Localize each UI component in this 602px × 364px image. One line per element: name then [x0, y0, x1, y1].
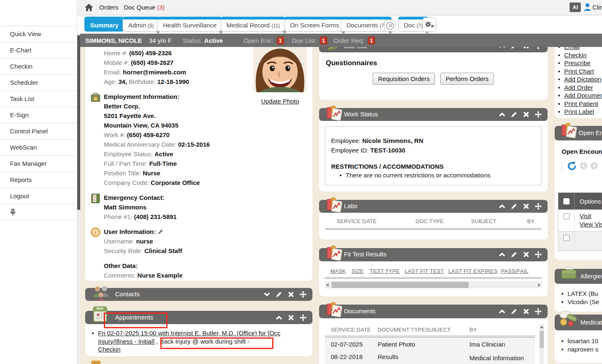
tab-summary[interactable]: Summary	[84, 17, 124, 32]
add-dictation-link[interactable]: Add Dictation	[564, 76, 601, 83]
perform-orders-button[interactable]: Perform Orders	[440, 73, 494, 85]
sidebar-item-webscan[interactable]: WebScan	[0, 139, 77, 155]
documents-vscrollbar[interactable]	[539, 324, 544, 364]
quick-link-item: Add Order	[557, 84, 602, 92]
sidebar-item-e-sign[interactable]: E-Sign	[0, 107, 77, 123]
hscroll-thumb[interactable]	[332, 282, 469, 288]
close-icon[interactable]	[523, 251, 530, 258]
move-icon[interactable]	[535, 47, 542, 49]
collapse-icon[interactable]	[275, 314, 283, 321]
encounter-checkbox[interactable]	[563, 213, 570, 219]
expand-icon[interactable]	[263, 291, 270, 298]
view-visit-link[interactable]: View Visit	[580, 221, 602, 228]
sidebar-item-e-chart[interactable]: E-Chart	[0, 42, 77, 58]
scroll-left-icon[interactable]	[326, 283, 329, 287]
edit-icon[interactable]	[511, 308, 518, 315]
add-order-link[interactable]: Add Order	[564, 84, 593, 91]
sidebar-item-task-list[interactable]: Task List	[0, 91, 77, 107]
update-photo-link[interactable]: Update Photo	[261, 98, 299, 105]
sidebar-item-checkin[interactable]: Checkin	[0, 58, 77, 74]
edit-user-icon[interactable]	[157, 229, 164, 235]
fit-col-last-fit-expires[interactable]: LAST FIT EXPIRES	[448, 268, 497, 274]
home-icon[interactable]	[84, 3, 93, 12]
collapse-icon[interactable]	[499, 308, 506, 315]
open-encounters-header: Open Encounters	[555, 126, 602, 140]
document-row[interactable]: 08-22-2018 Results Medical Information	[325, 350, 535, 364]
refresh-icon[interactable]	[567, 161, 577, 171]
tab-settings-button[interactable]	[423, 17, 436, 32]
fit-col-mask[interactable]: MASK	[330, 268, 346, 274]
print-label-link[interactable]: Print Label	[564, 108, 594, 115]
fit-col-size[interactable]: SIZE	[351, 268, 364, 274]
prescribe-link[interactable]: Prescribe	[564, 59, 590, 66]
print-patient-link[interactable]: Print Patient	[564, 100, 598, 107]
scroll-right-icon[interactable]	[538, 283, 541, 287]
prev-page-button[interactable]	[580, 162, 587, 170]
edit-icon[interactable]	[511, 203, 518, 210]
questionnaires-heading: Questionnaires	[326, 59, 541, 67]
collapse-icon[interactable]	[499, 251, 506, 258]
tab-medical-record[interactable]: Medical Record (11)	[221, 17, 286, 32]
collapse-icon[interactable]	[499, 203, 506, 210]
sidebar-item-logout[interactable]: Logout	[0, 188, 77, 204]
patient-demographics-card: Update Photo Home #: (650) 459-2326 Mobi…	[85, 47, 312, 281]
sidebar-item-quick-view[interactable]: Quick View	[0, 26, 77, 42]
nav-doc-queue[interactable]: Doc Queue (3)	[124, 4, 165, 11]
due-list-badge[interactable]: 1	[320, 37, 327, 44]
sidebar-item-scheduler[interactable]: Scheduler	[0, 74, 77, 91]
encounter-checkbox[interactable]	[563, 235, 570, 241]
next-page-button[interactable]	[590, 162, 598, 170]
visit-link[interactable]: Visit	[580, 212, 591, 219]
move-icon[interactable]	[535, 251, 542, 258]
security-role-row: Security Role: Clinical Staff	[104, 246, 246, 256]
document-row[interactable]: 02-07-2025 Patient Photo Ima Clinician	[325, 337, 535, 350]
checkin-link[interactable]: Checkin	[564, 52, 587, 59]
edit-icon[interactable]	[511, 251, 518, 258]
scroll-up-icon[interactable]	[540, 326, 544, 328]
close-icon[interactable]	[287, 314, 295, 321]
nav-orders[interactable]: Orders	[99, 4, 118, 11]
open-enc-badge[interactable]: 1	[277, 37, 284, 44]
move-icon[interactable]	[535, 111, 542, 118]
annotation-box-appointments-title	[104, 312, 167, 328]
close-icon[interactable]	[523, 308, 530, 315]
tab-health-surveillance[interactable]: Health Surveillance	[157, 17, 222, 32]
popout-button[interactable]	[384, 20, 396, 32]
sidebar-item-control-panel[interactable]: Control Panel	[0, 123, 77, 139]
tab-label: Doc	[404, 22, 415, 29]
logged-in-user[interactable]: Clinician	[592, 4, 602, 11]
fit-col-last-fit-test[interactable]: LAST FIT TEST	[405, 268, 444, 274]
move-icon[interactable]	[535, 203, 542, 210]
content-scrollbar-thumb[interactable]	[77, 35, 80, 210]
collapse-icon[interactable]	[499, 111, 506, 118]
vscroll-thumb[interactable]	[540, 331, 544, 348]
close-icon[interactable]	[523, 111, 530, 118]
close-icon[interactable]	[523, 47, 530, 49]
email-link[interactable]: Email	[564, 47, 580, 50]
print-chart-link[interactable]: Print Chart	[564, 68, 594, 75]
ai-badge[interactable]: AI	[570, 2, 581, 12]
restrictions-heading: RESTRICTIONS / ACCOMMODATIONS	[331, 162, 536, 171]
requisition-orders-button[interactable]: Requisition Orders	[373, 73, 435, 85]
close-icon[interactable]	[523, 203, 530, 210]
move-icon[interactable]	[535, 308, 542, 315]
sidebar-item-fax-manager[interactable]: Fax Manager	[0, 155, 77, 172]
move-icon[interactable]	[300, 314, 307, 321]
order-req-badge[interactable]: 1	[368, 37, 375, 44]
fit-test-hscrollbar[interactable]	[325, 281, 542, 288]
collapse-icon[interactable]	[499, 47, 506, 49]
sidebar-item-reports[interactable]: Reports	[0, 172, 77, 188]
fit-col-test-type[interactable]: TEST TYPE	[370, 268, 400, 274]
add-document-link[interactable]: Add Document	[564, 92, 602, 99]
fit-col-pass-fail[interactable]: PASS/FAIL	[501, 268, 528, 274]
sidebar-pin-toggle[interactable]	[0, 204, 77, 220]
tab-admin[interactable]: Admin (5)	[123, 17, 160, 32]
appointment-checkin-link[interactable]: Checkin	[98, 346, 120, 353]
edit-icon[interactable]	[511, 111, 518, 118]
tab-on-screen-forms[interactable]: On Screen Forms	[284, 17, 345, 32]
close-icon[interactable]	[287, 291, 295, 298]
move-icon[interactable]	[300, 291, 307, 298]
select-all-checkbox[interactable]	[563, 198, 570, 204]
edit-icon[interactable]	[275, 291, 283, 298]
edit-icon[interactable]	[511, 47, 518, 49]
